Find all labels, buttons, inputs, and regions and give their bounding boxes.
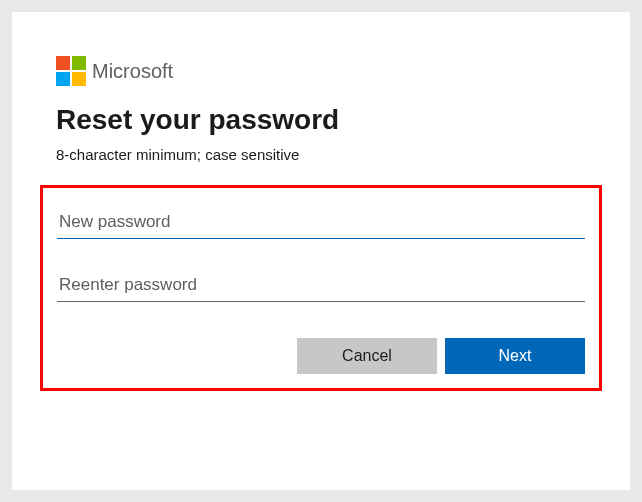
- form-highlight-box: Cancel Next: [40, 185, 602, 391]
- cancel-button[interactable]: Cancel: [297, 338, 437, 374]
- brand-name: Microsoft: [92, 60, 173, 83]
- button-row: Cancel Next: [57, 338, 585, 374]
- microsoft-logo-icon: [56, 56, 86, 86]
- new-password-input[interactable]: [57, 206, 585, 239]
- auth-card: Microsoft Reset your password 8-characte…: [12, 12, 630, 490]
- next-button[interactable]: Next: [445, 338, 585, 374]
- page-subtitle: 8-character minimum; case sensitive: [56, 146, 586, 163]
- page-title: Reset your password: [56, 104, 586, 136]
- reenter-password-input[interactable]: [57, 269, 585, 302]
- brand-row: Microsoft: [56, 56, 586, 86]
